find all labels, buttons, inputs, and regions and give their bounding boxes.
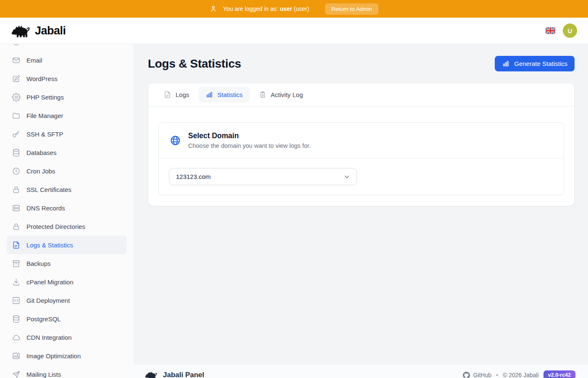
login-role: (user) bbox=[294, 5, 310, 12]
clock-icon bbox=[12, 167, 21, 176]
login-username: user bbox=[280, 5, 292, 12]
separator-dot: • bbox=[496, 372, 498, 378]
copyright: © 2026 Jabali bbox=[503, 372, 539, 378]
brand-logo[interactable]: Jabali bbox=[12, 24, 66, 38]
mail-icon bbox=[12, 56, 21, 65]
server-icon bbox=[12, 204, 21, 213]
logs-statistics-card: Logs Statistics Activity Log bbox=[148, 83, 575, 206]
impersonation-banner: You are logged in as: user (user) Return… bbox=[0, 0, 588, 18]
cloud-icon bbox=[12, 333, 21, 342]
gear-icon bbox=[12, 93, 21, 102]
person-icon bbox=[210, 5, 217, 13]
sidebar-item-databases[interactable]: Databases bbox=[7, 143, 127, 162]
code-icon bbox=[12, 296, 21, 305]
bar-chart-icon bbox=[205, 91, 213, 99]
github-link[interactable]: GitHub bbox=[463, 372, 491, 378]
sidebar-item-cron-jobs[interactable]: Cron Jobs bbox=[7, 162, 127, 180]
sidebar-item-ssl-certificates[interactable]: SSL Certificates bbox=[7, 180, 127, 199]
sidebar-item-wordpress[interactable]: WordPress bbox=[7, 69, 127, 88]
uk-flag-icon[interactable] bbox=[546, 27, 555, 34]
download-icon bbox=[12, 278, 21, 286]
version-badge: v2.0-rc42 bbox=[543, 370, 575, 378]
app-header: Jabali U bbox=[0, 18, 588, 44]
image-icon bbox=[12, 352, 21, 360]
globe-icon bbox=[170, 135, 181, 146]
sidebar-item-php-settings[interactable]: PHP Settings bbox=[7, 88, 127, 106]
select-domain-card: Select Domain Choose the domain you want… bbox=[158, 122, 564, 195]
sidebar-item-partial[interactable] bbox=[7, 44, 127, 51]
lock-icon bbox=[12, 185, 21, 194]
login-message: You are logged in as: user (user) bbox=[223, 5, 309, 12]
app-footer: Jabali Panel GitHub • © 2026 Jabali v2.0… bbox=[134, 364, 588, 378]
chevron-down-icon bbox=[343, 173, 351, 181]
database-icon bbox=[12, 315, 21, 323]
key-icon bbox=[12, 130, 21, 139]
domain-select[interactable]: 123123.com bbox=[169, 168, 357, 185]
github-icon bbox=[463, 372, 470, 378]
sidebar-item-postgresql[interactable]: PostgreSQL bbox=[7, 310, 127, 328]
brand-name: Jabali bbox=[35, 24, 66, 37]
sidebar-item-email[interactable]: Email bbox=[7, 51, 127, 69]
document-icon bbox=[12, 241, 21, 249]
select-domain-subtitle: Choose the domain you want to view logs … bbox=[188, 142, 311, 149]
sidebar-item-ssh-sftp[interactable]: SSH & SFTP bbox=[7, 125, 127, 143]
document-icon bbox=[163, 91, 171, 99]
sidebar-item-git-deployment[interactable]: Git Deployment bbox=[7, 291, 127, 310]
sidebar-item-image-optimization[interactable]: Image Optimization bbox=[7, 346, 127, 365]
sidebar: Email WordPress PHP Settings File Manage… bbox=[0, 44, 134, 378]
tab-bar: Logs Statistics Activity Log bbox=[148, 83, 574, 107]
sidebar-item-dns-records[interactable]: DNS Records bbox=[7, 199, 127, 217]
lock-icon bbox=[12, 222, 21, 231]
user-avatar[interactable]: U bbox=[563, 24, 577, 38]
boar-icon bbox=[12, 24, 31, 38]
sidebar-item-cdn-integration[interactable]: CDN Integration bbox=[7, 328, 127, 346]
folder-icon bbox=[12, 111, 21, 120]
generate-statistics-button[interactable]: Generate Statistics bbox=[495, 56, 575, 71]
return-to-admin-button[interactable]: Return to Admin bbox=[325, 3, 378, 15]
bar-chart-icon bbox=[502, 60, 510, 68]
sidebar-item-file-manager[interactable]: File Manager bbox=[7, 106, 127, 125]
globe-icon bbox=[12, 44, 21, 46]
sidebar-item-mailing-lists[interactable]: Mailing Lists bbox=[7, 365, 127, 378]
clipboard-icon bbox=[259, 91, 267, 99]
database-icon bbox=[12, 148, 21, 157]
paper-plane-icon bbox=[12, 370, 21, 378]
page-title: Logs & Statistics bbox=[148, 57, 241, 71]
sidebar-item-cpanel-migration[interactable]: cPanel Migration bbox=[7, 273, 127, 291]
tab-activity-log[interactable]: Activity Log bbox=[252, 87, 310, 102]
tab-statistics[interactable]: Statistics bbox=[199, 87, 249, 102]
sidebar-item-logs-statistics[interactable]: Logs & Statistics bbox=[7, 236, 127, 254]
archive-icon bbox=[12, 259, 21, 268]
sidebar-item-protected-directories[interactable]: Protected Directories bbox=[7, 217, 127, 236]
sidebar-item-backups[interactable]: Backups bbox=[7, 254, 127, 273]
boar-icon bbox=[145, 370, 158, 378]
tab-logs[interactable]: Logs bbox=[157, 87, 196, 102]
select-domain-title: Select Domain bbox=[188, 131, 311, 140]
pencil-icon bbox=[12, 74, 21, 83]
footer-brand: Jabali Panel bbox=[163, 371, 204, 378]
domain-select-value: 123123.com bbox=[176, 173, 211, 180]
main-content: Logs & Statistics Generate Statistics Lo… bbox=[134, 44, 588, 364]
